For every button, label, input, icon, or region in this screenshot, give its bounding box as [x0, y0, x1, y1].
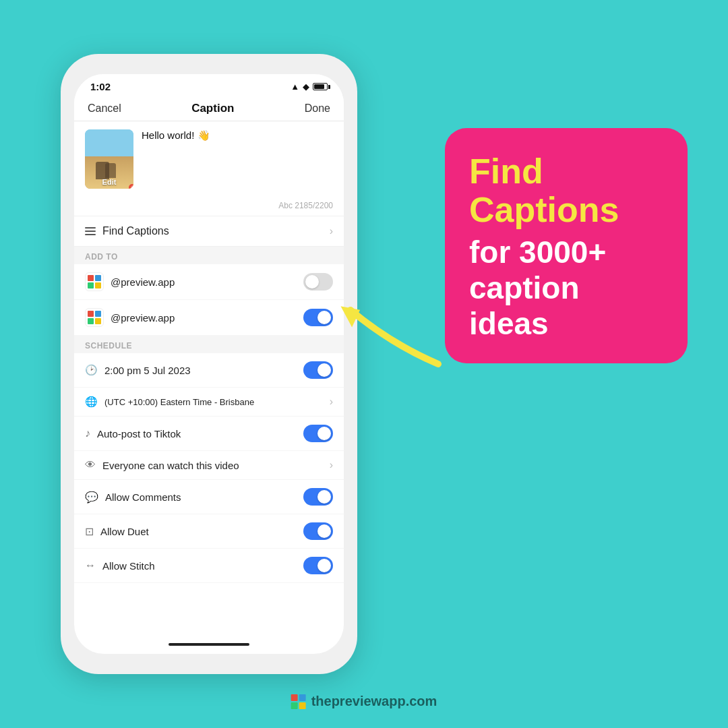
find-captions-row[interactable]: Find Captions › — [74, 216, 344, 247]
add-to-section-header: ADD TO — [74, 247, 344, 264]
account-row-2: @preview.app — [74, 300, 344, 336]
account-row-1-left: @preview.app — [85, 272, 175, 291]
icon-cell — [88, 318, 94, 324]
home-indicator — [169, 643, 249, 646]
account-2-toggle[interactable] — [303, 309, 333, 326]
allow-duet-row: ⊡ Allow Duet — [74, 514, 344, 549]
datetime-text: 2:00 pm 5 Jul 2023 — [104, 365, 191, 376]
auto-post-toggle[interactable] — [303, 425, 333, 442]
video-thumbnail[interactable]: Edit — [85, 129, 133, 189]
allow-duet-toggle[interactable] — [303, 522, 333, 540]
edit-label: Edit — [102, 178, 117, 186]
comment-icon: 💬 — [85, 491, 98, 504]
datetime-row[interactable]: 🕑 2:00 pm 5 Jul 2023 — [74, 353, 344, 388]
phone-frame: 1:02 ▲ ◆ Cancel Caption Done — [61, 54, 357, 674]
schedule-section-header: SCHEDULE — [74, 336, 344, 353]
timezone-row-left: 🌐 (UTC +10:00) Eastern Time - Brisbane — [85, 396, 254, 408]
toggle-knob — [317, 427, 331, 440]
caption-area: Edit Hello world! 👋 — [74, 121, 344, 197]
icon-cell — [95, 311, 101, 317]
wifi-icon: ▲ — [291, 82, 299, 92]
chevron-right-icon: › — [330, 225, 333, 237]
callout-title: Find Captions — [469, 152, 663, 229]
account-row-2-left: @preview.app — [85, 308, 175, 327]
allow-stitch-toggle[interactable] — [303, 557, 333, 574]
nav-bar: Cancel Caption Done — [74, 96, 344, 121]
callout-bubble: Find Captions for 3000+ caption ideas — [445, 128, 688, 363]
phone-screen: 1:02 ▲ ◆ Cancel Caption Done — [74, 74, 344, 654]
timezone-row[interactable]: 🌐 (UTC +10:00) Eastern Time - Brisbane › — [74, 388, 344, 417]
auto-post-label: Auto-post to Tiktok — [97, 428, 181, 439]
auto-post-row: ♪ Auto-post to Tiktok — [74, 417, 344, 451]
caption-text-area[interactable]: Hello world! 👋 — [142, 129, 333, 142]
duet-icon: ⊡ — [85, 525, 94, 538]
brand-logo — [291, 694, 306, 709]
allow-stitch-label: Allow Stitch — [102, 560, 155, 572]
cancel-button[interactable]: Cancel — [88, 102, 121, 115]
visibility-row[interactable]: 👁 Everyone can watch this video › — [74, 451, 344, 480]
hamburger-line-1 — [85, 227, 96, 229]
chevron-right-icon: › — [330, 459, 333, 471]
signal-icon: ◆ — [303, 82, 309, 92]
brand-logo-cell — [291, 694, 298, 701]
allow-comments-label: Allow Comments — [105, 491, 181, 503]
allow-stitch-left: ↔ Allow Stitch — [85, 559, 155, 572]
account-1-toggle[interactable] — [303, 273, 333, 291]
allow-duet-left: ⊡ Allow Duet — [85, 525, 149, 538]
status-time: 1:02 — [90, 81, 111, 92]
auto-post-row-left: ♪ Auto-post to Tiktok — [85, 427, 181, 439]
toggle-knob — [305, 275, 319, 289]
icon-cell — [88, 311, 94, 317]
branding: thepreviewapp.com — [291, 694, 437, 709]
brand-logo-cell — [299, 702, 306, 709]
toggle-knob — [317, 524, 331, 538]
globe-icon: 🌐 — [85, 396, 98, 408]
toggle-knob — [317, 490, 331, 504]
callout-body: for 3000+ caption ideas — [469, 235, 663, 342]
status-bar: 1:02 ▲ ◆ — [74, 74, 344, 96]
clock-icon: 🕑 — [85, 364, 98, 376]
hamburger-line-3 — [85, 234, 96, 235]
hamburger-line-2 — [85, 231, 96, 232]
account-2-icon — [85, 308, 104, 327]
icon-cell — [88, 275, 94, 281]
nav-title: Caption — [191, 102, 234, 115]
allow-comments-left: 💬 Allow Comments — [85, 491, 181, 504]
icon-cell — [95, 282, 101, 289]
eye-icon: 👁 — [85, 459, 96, 471]
toggle-knob — [317, 311, 331, 324]
scene: 1:02 ▲ ◆ Cancel Caption Done — [0, 0, 728, 728]
find-captions-label: Find Captions — [102, 225, 169, 237]
brand-logo-cell — [299, 694, 306, 701]
timezone-text: (UTC +10:00) Eastern Time - Brisbane — [104, 397, 254, 407]
brand-logo-cell — [291, 702, 298, 709]
battery-icon — [313, 83, 328, 90]
done-button[interactable]: Done — [305, 102, 330, 115]
tiktok-icon: ♪ — [85, 427, 90, 439]
allow-duet-label: Allow Duet — [100, 526, 149, 537]
icon-cell — [88, 282, 94, 289]
brand-url: thepreviewapp.com — [311, 694, 437, 709]
account-1-name: @preview.app — [111, 276, 175, 288]
icon-cell — [95, 275, 101, 281]
find-captions-left: Find Captions — [85, 225, 169, 237]
account-2-name: @preview.app — [111, 312, 175, 324]
caption-text: Hello world! 👋 — [142, 129, 210, 141]
char-count: Abc 2185/2200 — [74, 197, 344, 216]
icon-cell — [95, 318, 101, 324]
allow-stitch-row: ↔ Allow Stitch — [74, 549, 344, 583]
visibility-label: Everyone can watch this video — [102, 460, 239, 471]
allow-comments-row: 💬 Allow Comments — [74, 480, 344, 514]
allow-comments-toggle[interactable] — [303, 488, 333, 506]
datetime-row-left: 🕑 2:00 pm 5 Jul 2023 — [85, 364, 191, 376]
visibility-row-left: 👁 Everyone can watch this video — [85, 459, 239, 471]
toggle-knob — [317, 559, 331, 572]
datetime-toggle[interactable] — [303, 361, 333, 379]
toggle-knob — [317, 363, 331, 377]
account-1-icon — [85, 272, 104, 291]
chevron-right-icon: › — [330, 396, 333, 408]
hamburger-icon — [85, 227, 96, 235]
stitch-icon: ↔ — [85, 559, 96, 572]
status-icons: ▲ ◆ — [291, 82, 328, 92]
account-row-1: @preview.app — [74, 264, 344, 300]
